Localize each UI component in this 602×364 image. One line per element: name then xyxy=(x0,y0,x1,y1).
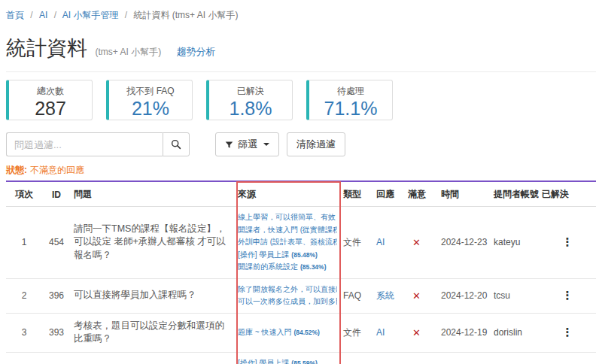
source-link[interactable]: 可以一次將多位成員，加到多門課程... xyxy=(238,297,337,305)
page-subtitle: (tms+ AI 小幫手) xyxy=(95,47,161,57)
row-actions: ⋮ xyxy=(539,313,596,353)
row-actions: ⋮ xyxy=(539,207,596,279)
breadcrumb-current: 統計資料 (tms+ AI 小幫手) xyxy=(133,10,238,20)
source-line: 開課前的系統設定(85.34%) xyxy=(238,261,337,274)
row-id: 379 xyxy=(42,353,71,364)
column-header-index: 項次 xyxy=(6,181,42,207)
filter-button-label: 篩選 xyxy=(238,138,257,151)
breadcrumb-ai-helper-admin-link[interactable]: AI 小幫手管理 xyxy=(62,10,119,20)
source-link[interactable]: 外訓申請 (設計表單、簽核流程) xyxy=(238,238,337,246)
table-row: 2396可以直接將學員加入課程嗎？除了開放報名之外，可以直接將學員...可以一次… xyxy=(6,278,596,313)
source-line: [操作] 學員上課(85.59%) xyxy=(238,357,337,364)
column-header-satisfied: 滿意 xyxy=(405,181,438,207)
column-header-type: 類型 xyxy=(340,181,373,207)
breadcrumb-separator: / xyxy=(125,10,127,20)
row-id: 393 xyxy=(42,313,71,353)
row-id: 396 xyxy=(42,278,71,313)
funnel-icon xyxy=(225,141,233,149)
breadcrumb-ai-link[interactable]: AI xyxy=(39,10,47,20)
row-account: dorislin xyxy=(491,313,539,353)
stat-label: 總次數 xyxy=(9,85,92,98)
kebab-menu-icon[interactable]: ⋮ xyxy=(562,326,573,338)
row-sources: 線上學習，可以很簡單、有效！(86.07%)開課者，快速入門 (從實體課程到線上… xyxy=(235,207,340,279)
kebab-menu-icon[interactable]: ⋮ xyxy=(562,235,573,248)
row-satisfied: ✕ xyxy=(405,278,438,313)
row-index: 2 xyxy=(6,278,42,313)
table-row: 3393考核表，題目可以設定分數和選項的比重嗎？題庫 ~ 快速入門(84.52%… xyxy=(6,313,596,353)
source-score: (85.59%) xyxy=(291,359,318,364)
column-header-response: 回應 xyxy=(373,181,405,207)
column-header-id: ID xyxy=(42,181,71,207)
source-line: 可以一次將多位成員，加到多門課程... xyxy=(238,296,337,308)
status-value: 不滿意的回應 xyxy=(30,165,84,175)
stat-value: 71.1% xyxy=(309,98,392,120)
clear-filter-button[interactable]: 清除過濾 xyxy=(287,132,345,156)
row-question: 從課程清單(或我承辦的課程)進來課程裡 這上面的路徑可以呈現課程清單(或我承辦的… xyxy=(71,353,235,364)
row-sources: [操作] 學員上課(85.59%)建立課程類別(85.34%)開課者，快速入門 … xyxy=(235,353,340,364)
row-actions: ⋮ xyxy=(539,353,596,364)
status-label: 狀態: xyxy=(6,165,27,175)
page-title: 統計資料 xyxy=(6,37,87,59)
row-type: 文件 xyxy=(340,207,373,279)
source-line: 除了開放報名之外，可以直接將學員... xyxy=(238,284,337,296)
trend-analysis-link[interactable]: 趨勢分析 xyxy=(177,46,216,57)
source-line: 線上學習，可以很簡單、有效！(86.07%) xyxy=(238,211,337,224)
row-satisfied: ✕ xyxy=(405,313,438,353)
row-account: kateyu xyxy=(491,207,539,279)
row-question: 考核表，題目可以設定分數和選項的比重嗎？ xyxy=(71,313,235,353)
row-time: 2024-12-23 xyxy=(438,207,491,279)
row-satisfied: ✕ xyxy=(405,353,438,364)
status-line: 狀態:不滿意的回應 xyxy=(6,164,596,177)
row-type: 文件 xyxy=(340,313,373,353)
column-header-time: 時間 xyxy=(438,181,491,207)
source-line: [操作] 學員上課(85.48%) xyxy=(238,249,337,262)
source-link[interactable]: 線上學習，可以很簡單、有效！ xyxy=(238,213,337,221)
column-header-account: 提問者帳號 xyxy=(491,181,539,207)
row-index: 3 xyxy=(6,313,42,353)
search-icon xyxy=(171,139,181,150)
source-link[interactable]: [操作] 學員上課 xyxy=(238,250,289,259)
row-response: 系統 xyxy=(373,278,405,313)
row-type: 文件 xyxy=(340,353,373,364)
not-satisfied-icon: ✕ xyxy=(408,290,421,302)
row-index: 4 xyxy=(6,353,42,364)
search-group xyxy=(6,132,190,156)
not-satisfied-icon: ✕ xyxy=(408,237,421,248)
source-link[interactable]: 題庫 ~ 快速入門 xyxy=(238,328,291,336)
row-response: AI xyxy=(373,207,405,279)
title-row: 統計資料 (tms+ AI 小幫手) 趨勢分析 xyxy=(6,35,596,62)
filter-dropdown-button[interactable]: 篩選 xyxy=(215,132,279,156)
row-type: FAQ xyxy=(340,278,373,313)
stat-label: 找不到 FAQ xyxy=(109,85,192,98)
row-account: kateyu xyxy=(491,353,539,364)
results-table: 項次 ID 問題 來源 類型 回應 滿意 時間 提問者帳號 已解決 1454請問… xyxy=(6,180,596,364)
source-link[interactable]: 開課前的系統設定 xyxy=(238,262,298,271)
row-time: 2024-12-19 xyxy=(438,313,491,353)
row-sources: 題庫 ~ 快速入門(84.52%) xyxy=(235,313,340,353)
table-body: 1454請問一下TMS的課程【報名設定】，可以設定 老師+承辦人都審核 才可以報… xyxy=(6,207,596,364)
row-question: 可以直接將學員加入課程嗎？ xyxy=(71,278,235,313)
filter-toolbar: 篩選 清除過濾 xyxy=(6,132,596,156)
source-link[interactable]: 開課者，快速入門 (從實體課程到線上... xyxy=(238,226,337,234)
results-table-wrap: 項次 ID 問題 來源 類型 回應 滿意 時間 提問者帳號 已解決 1454請問… xyxy=(6,180,596,364)
question-filter-input[interactable] xyxy=(6,132,163,156)
title-divider xyxy=(6,71,596,72)
source-link[interactable]: 除了開放報名之外，可以直接將學員... xyxy=(238,285,337,293)
row-index: 1 xyxy=(6,207,42,279)
row-response: AI xyxy=(373,313,405,353)
stat-card-total: 總次數 287 xyxy=(6,80,93,120)
column-header-source: 來源 xyxy=(235,181,340,207)
column-header-question: 問題 xyxy=(71,181,235,207)
source-score: (85.48%) xyxy=(291,251,318,259)
breadcrumb: 首頁 / AI / AI 小幫手管理 / 統計資料 (tms+ AI 小幫手) xyxy=(6,9,596,22)
search-button[interactable] xyxy=(163,132,190,156)
breadcrumb-home-link[interactable]: 首頁 xyxy=(6,10,24,20)
row-response: AI xyxy=(373,353,405,364)
kebab-menu-icon[interactable]: ⋮ xyxy=(562,289,573,302)
table-header-row: 項次 ID 問題 來源 類型 回應 滿意 時間 提問者帳號 已解決 xyxy=(6,181,596,207)
statistics-page: 首頁 / AI / AI 小幫手管理 / 統計資料 (tms+ AI 小幫手) … xyxy=(0,0,602,364)
source-link[interactable]: [操作] 學員上課 xyxy=(238,359,289,364)
stat-label: 已解決 xyxy=(209,85,292,98)
row-account: tcsu xyxy=(491,278,539,313)
stat-value: 287 xyxy=(9,98,92,120)
